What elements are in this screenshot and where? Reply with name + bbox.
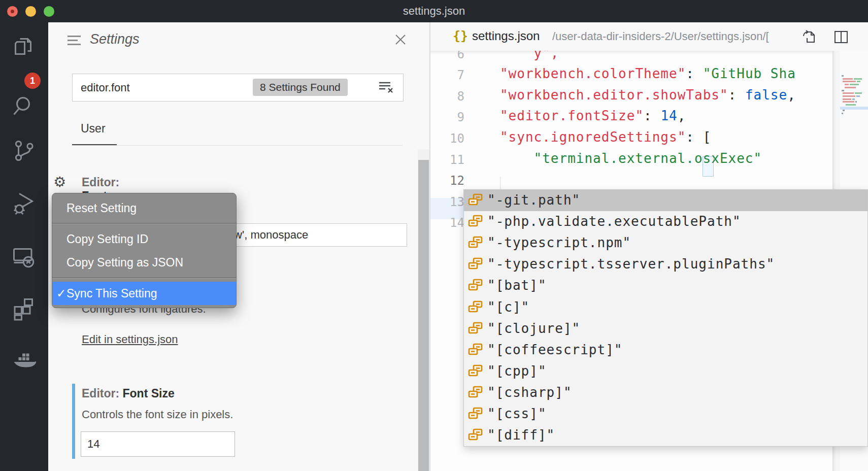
suggestion-item[interactable]: "-typescript.tsserver.pluginPaths" [464, 254, 867, 275]
font-size-input[interactable] [81, 431, 235, 457]
line-number: 14 [430, 216, 464, 230]
settings-found-badge: 8 Settings Found [253, 79, 348, 96]
code-line-9: "editor.fontSize": 14, [500, 108, 686, 123]
checkmark-icon: ✓ [56, 282, 66, 305]
minimap-row [842, 110, 846, 112]
minimap-row [842, 101, 858, 103]
breadcrumb: {} settings.json /user-data-dir-insiders… [430, 22, 868, 51]
settings-list-icon [68, 36, 83, 48]
suggestion-item[interactable]: "[coffeescript]" [464, 340, 867, 361]
window-title: settings.json [0, 0, 868, 22]
value-suggestion-icon [468, 364, 483, 379]
code-line-6: y", [534, 51, 559, 60]
minimap-row [842, 104, 857, 106]
minimap-row [842, 81, 861, 83]
docker-icon[interactable] [12, 350, 36, 374]
explorer-icon[interactable] [12, 35, 36, 59]
breadcrumb-path[interactable]: /user-data-dir-insiders-2/User/settings.… [552, 30, 769, 43]
json-braces-icon: {} [453, 28, 468, 43]
suggestion-label: "-typescript.npm" [487, 235, 631, 250]
minimap-row [842, 90, 845, 92]
setting-context-menu: Reset Setting Copy Setting ID Copy Setti… [52, 193, 237, 308]
menu-separator [52, 223, 236, 224]
suggestion-item[interactable]: "[diff]" [464, 425, 867, 446]
suggestion-label: "[bat]" [487, 278, 547, 293]
modified-indicator-bar [72, 384, 75, 459]
value-suggestion-icon [468, 278, 483, 293]
font-family-input[interactable]: New', monospace [216, 223, 407, 247]
remote-explorer-icon[interactable] [12, 245, 36, 270]
minimap-row [842, 98, 856, 100]
code-line-7: "workbench.colorTheme": "GitHub Sha [500, 66, 796, 81]
font-size-setting: Editor: Font Size Controls the font size… [72, 384, 403, 460]
minimap-row [842, 78, 863, 80]
activity-bar: 1 [0, 22, 48, 471]
value-suggestion-icon [468, 343, 483, 358]
suggestion-item[interactable]: "[c]" [464, 297, 867, 318]
line-number: 11 [430, 153, 464, 167]
minimap-row [842, 75, 845, 77]
source-control-icon[interactable] [12, 139, 36, 163]
suggestion-label: "-typescript.tsserver.pluginPaths" [487, 256, 775, 272]
suggestion-item[interactable]: "-php.validate.executablePath" [464, 211, 867, 232]
suggestion-label: "[cpp]" [487, 363, 547, 379]
breadcrumb-filename[interactable]: settings.json [472, 29, 540, 43]
code-line-8: "workbench.editor.showTabs": false, [500, 87, 796, 103]
settings-search-box: 8 Settings Found [72, 74, 404, 102]
line-number: 8 [430, 89, 464, 104]
suggestion-item[interactable]: "-typescript.npm" [464, 232, 867, 254]
suggestion-label: "[css]" [487, 406, 547, 421]
extensions-icon[interactable] [12, 297, 36, 321]
menu-separator [52, 277, 236, 279]
suggestion-item[interactable]: "[css]" [464, 403, 867, 425]
clear-filters-icon[interactable] [378, 80, 393, 94]
value-suggestion-icon [468, 300, 483, 315]
tab-user[interactable]: User [81, 122, 106, 136]
menu-item-copy-setting-as-json[interactable]: Copy Setting as JSON [52, 251, 236, 274]
font-size-description: Controls the font size in pixels. [82, 408, 233, 421]
suggestion-label: "-git.path" [487, 192, 580, 208]
minimap-row [842, 84, 860, 86]
edit-in-settings-json-link[interactable]: Edit in settings.json [82, 333, 178, 346]
font-size-setting-label: Editor: Font Size [82, 387, 175, 400]
suggestion-item[interactable]: "-git.path" [464, 190, 867, 211]
line-number: 13 [430, 195, 464, 209]
line-number: 12 [430, 174, 464, 188]
menu-item-reset-setting[interactable]: Reset Setting [52, 196, 236, 220]
minimap-current-line [840, 107, 868, 110]
suggestion-label: "[c]" [487, 299, 529, 315]
value-suggestion-icon [468, 236, 483, 251]
suggest-widget: "-git.path""-php.validate.executablePath… [463, 189, 868, 447]
value-suggestion-icon [468, 214, 483, 229]
minimap-row [842, 95, 861, 97]
search-icon[interactable] [12, 94, 36, 118]
code-line-10: "sync.ignoredSettings": [ [500, 129, 711, 145]
setting-gear-icon[interactable]: ⚙ [53, 174, 66, 190]
open-changes-icon[interactable] [801, 29, 817, 45]
tab-rule [72, 145, 403, 146]
menu-item-copy-setting-id[interactable]: Copy Setting ID [52, 227, 236, 251]
value-suggestion-icon [468, 193, 483, 208]
minimap-row [842, 113, 844, 115]
value-suggestion-icon [468, 257, 483, 272]
explorer-badge: 1 [24, 73, 41, 89]
line-number: 10 [430, 131, 464, 146]
run-debug-icon[interactable] [12, 191, 36, 216]
suggestion-label: "-php.validate.executablePath" [487, 214, 741, 229]
suggestion-item[interactable]: "[csharp]" [464, 382, 867, 403]
line-number: 7 [430, 68, 464, 82]
suggestion-item[interactable]: "[clojure]" [464, 318, 867, 340]
suggestion-item[interactable]: "[bat]" [464, 275, 867, 296]
suggestion-label: "[csharp]" [487, 385, 572, 400]
settings-scrollbar-thumb[interactable] [418, 160, 429, 471]
line-number: 6 [430, 51, 464, 61]
minimap-row [842, 87, 857, 89]
split-editor-icon[interactable] [833, 29, 849, 45]
settings-title: Settings [90, 31, 140, 47]
close-settings-icon[interactable] [393, 32, 408, 47]
menu-item-sync-this-setting[interactable]: ✓ Sync This Setting [52, 282, 236, 305]
minimap-row [842, 92, 863, 94]
value-suggestion-icon [468, 385, 483, 400]
suggestion-item[interactable]: "[cpp]" [464, 361, 867, 382]
value-suggestion-icon [468, 407, 483, 422]
